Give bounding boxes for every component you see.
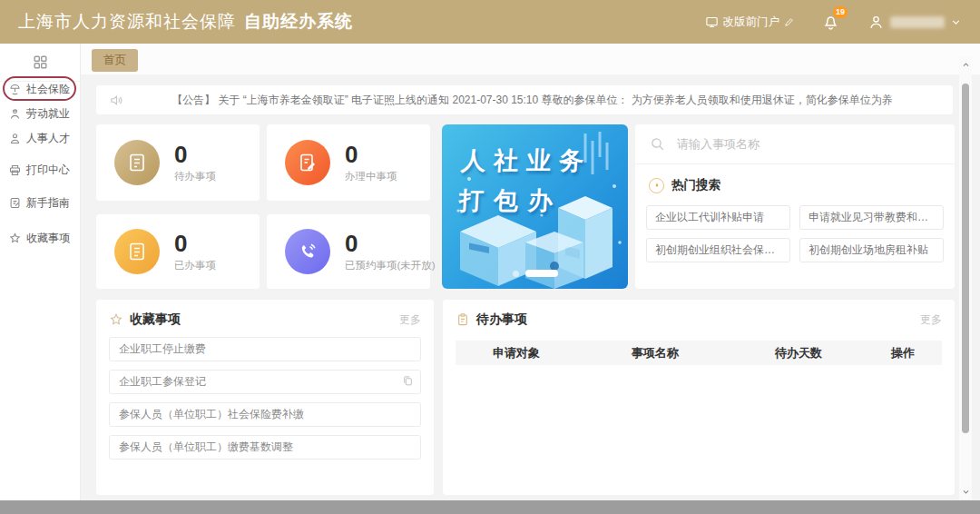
search-icon	[650, 136, 665, 152]
sidebar-item-employment[interactable]: 劳动就业	[8, 105, 70, 122]
search-input[interactable]	[677, 137, 940, 151]
favorite-item-label: 企业职工参保登记	[119, 375, 206, 388]
stat-value: 0	[345, 231, 436, 257]
user-menu[interactable]	[867, 14, 962, 31]
bottom-window-edge	[0, 500, 980, 514]
search-panel: 热门搜索 企业以工代训补贴申请 申请就业见习带教费和生活费 初创期创业组织社会保…	[635, 124, 955, 289]
stat-label: 已预约事项(未开放)	[345, 259, 436, 272]
monitor-icon	[705, 15, 719, 29]
column-header-actions: 操作	[864, 345, 942, 361]
top-header: 上海市人力资源和社会保障 自助经办系统 改版前门户	[0, 0, 980, 44]
stat-label: 已办事项	[174, 259, 216, 272]
sidebar-item-social-insurance[interactable]: 社会保险	[8, 81, 70, 97]
announcement-bar: 【公告】 关于 “上海市养老金领取证” 电子证照上线的通知 2021-07-30…	[96, 85, 953, 114]
app-title: 上海市人力资源和社会保障 自助经办系统	[18, 10, 353, 34]
sidebar-item-label: 人事人才	[26, 131, 70, 146]
scrollbar-thumb[interactable]	[962, 84, 969, 433]
promo-banner[interactable]: 人社业务 打包办	[442, 124, 628, 289]
carousel-dot[interactable]	[513, 271, 519, 277]
stat-card-in-progress[interactable]: 0 办理中事项	[267, 124, 430, 201]
notifications-button[interactable]: 19	[821, 13, 840, 32]
sidebar: 社会保险 劳动就业 人事人才 打印中心	[0, 44, 81, 500]
favorites-more-link[interactable]: 更多	[399, 312, 421, 328]
todo-panel: 待办事项 更多 申请对象 事项名称 待办天数 操作	[443, 300, 955, 495]
carousel-indicators	[513, 270, 558, 277]
column-header-applicant: 申请对象	[456, 345, 577, 361]
speaker-icon	[109, 93, 124, 108]
sidebar-item-label: 新手指南	[26, 195, 70, 211]
banner-text: 人社业务 打包办	[458, 144, 593, 217]
apps-menu-button[interactable]	[0, 44, 80, 82]
stat-value: 0	[174, 231, 216, 257]
stat-label: 办理中事项	[345, 170, 397, 183]
edit-document-icon	[285, 140, 330, 185]
document-icon	[114, 229, 160, 274]
pencil-icon	[784, 17, 794, 27]
apps-grid-icon	[32, 54, 49, 71]
scroll-down-arrow[interactable]	[959, 485, 972, 498]
hot-search-grid: 企业以工代训补贴申请 申请就业见习带教费和生活费 初创期创业组织社会保险费...…	[635, 196, 955, 262]
hot-search-item[interactable]: 企业以工代训补贴申请	[646, 205, 790, 230]
app-title-regular: 上海市人力资源和社会保障	[18, 10, 236, 34]
stat-value: 0	[345, 142, 397, 168]
stat-card-reserved[interactable]: 0 已预约事项(未开放)	[267, 214, 430, 289]
column-header-item-name: 事项名称	[577, 345, 733, 361]
column-header-pending-days: 待办天数	[733, 345, 865, 361]
sidebar-item-label: 劳动就业	[26, 106, 70, 122]
hot-search-item[interactable]: 申请就业见习带教费和生活费	[799, 205, 944, 230]
stat-card-completed[interactable]: 0 已办事项	[96, 214, 260, 289]
favorite-item[interactable]: 企业职工停止缴费	[109, 337, 421, 361]
flame-icon	[649, 178, 664, 193]
sidebar-item-favorites[interactable]: 收藏事项	[8, 230, 70, 246]
guide-document-icon	[8, 196, 22, 210]
tab-bar: 首页	[81, 44, 980, 74]
announcement-text[interactable]: 【公告】 关于 “上海市养老金领取证” 电子证照上线的通知 2021-07-30…	[124, 93, 940, 108]
hot-search-item[interactable]: 初创期创业场地房租补贴	[799, 238, 944, 262]
favorites-panel: 收藏事项 更多 企业职工停止缴费 企业职工参保登记 参保人员（单位职工）社会保险…	[96, 300, 434, 495]
sidebar-item-label: 社会保险	[26, 82, 70, 97]
sidebar-item-hr-talent[interactable]: 人事人才	[8, 130, 70, 146]
sidebar-item-print-center[interactable]: 打印中心	[8, 162, 70, 178]
todo-table-empty-body	[443, 365, 955, 501]
tab-home[interactable]: 首页	[92, 49, 138, 72]
sidebar-item-label: 收藏事项	[26, 231, 70, 246]
clipboard-icon	[456, 312, 470, 327]
phone-icon	[285, 229, 330, 274]
hot-search-header: 热门搜索	[635, 164, 955, 196]
scroll-up-arrow[interactable]	[959, 58, 972, 71]
star-outline-icon	[109, 312, 123, 327]
umbrella-protection-icon	[8, 83, 22, 96]
favorite-item[interactable]: 企业职工参保登记	[109, 370, 421, 394]
user-name-redacted	[890, 16, 945, 28]
stat-card-pending[interactable]: 0 待办事项	[96, 124, 260, 201]
stat-value: 0	[174, 142, 216, 168]
todo-header: 待办事项 更多	[443, 300, 955, 337]
pending-list-icon	[114, 140, 160, 185]
header-actions: 改版前门户 19	[705, 13, 963, 32]
banner-line2: 打包办	[458, 184, 591, 217]
old-portal-link[interactable]: 改版前门户	[705, 15, 795, 30]
sidebar-item-beginner-guide[interactable]: 新手指南	[8, 194, 70, 211]
sidebar-item-label: 打印中心	[26, 163, 70, 178]
printer-icon	[8, 163, 22, 177]
notification-badge: 19	[833, 6, 848, 18]
favorite-item[interactable]: 参保人员（单位职工）缴费基数调整	[109, 435, 421, 460]
stat-label: 待办事项	[174, 170, 216, 183]
app-title-bold: 自助经办系统	[244, 10, 353, 34]
todo-table-header: 申请对象 事项名称 待办天数 操作	[456, 341, 942, 365]
todo-title: 待办事项	[476, 311, 527, 328]
copy-document-icon[interactable]	[402, 375, 414, 387]
search-row	[635, 124, 955, 164]
favorites-header: 收藏事项 更多	[96, 300, 434, 337]
worker-icon	[8, 107, 22, 121]
star-icon	[8, 232, 22, 245]
carousel-active-indicator[interactable]	[525, 270, 558, 277]
vertical-scrollbar[interactable]	[959, 56, 972, 499]
old-portal-label: 改版前门户	[723, 15, 780, 30]
favorite-item[interactable]: 参保人员（单位职工）社会保险费补缴	[109, 402, 421, 427]
banner-line1: 人社业务	[460, 144, 593, 177]
person-icon	[8, 132, 22, 145]
hot-search-title: 热门搜索	[671, 177, 720, 193]
hot-search-item[interactable]: 初创期创业组织社会保险费...	[646, 238, 790, 262]
todo-more-link[interactable]: 更多	[920, 312, 942, 328]
